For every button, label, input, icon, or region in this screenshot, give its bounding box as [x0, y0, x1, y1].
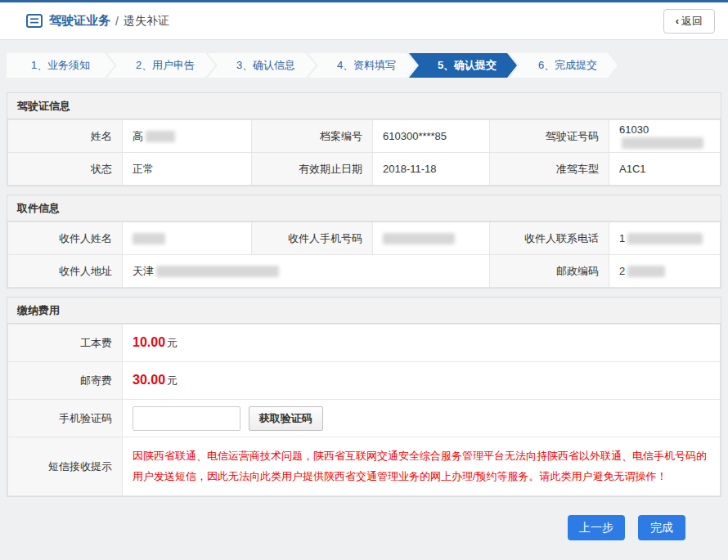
- redacted-blur: [627, 266, 665, 277]
- back-button[interactable]: ‹ 返回: [663, 9, 715, 34]
- top-header: 驾驶证业务 / 遗失补证 ‹ 返回: [0, 0, 728, 40]
- pickup-info-section-title: 取件信息: [7, 195, 721, 222]
- step-3-confirm-info[interactable]: 3、确认信息: [208, 53, 316, 78]
- license-business-icon: [26, 14, 43, 28]
- sms-code-cell: 获取验证码: [123, 400, 721, 437]
- sms-tip-label: 短信接收提示: [8, 437, 123, 496]
- address-label: 收件人地址: [8, 255, 123, 288]
- redacted-blur: [146, 131, 175, 142]
- title-separator: /: [115, 15, 119, 28]
- step-4-fill-data[interactable]: 4、资料填写: [308, 53, 416, 78]
- recipient-phone-value: [373, 222, 490, 255]
- payment-section: 缴纳费用 工本费 10.00元 邮寄费 30.00元 手机验证码 获取验证码 短…: [7, 297, 721, 497]
- step-navigation: 1、业务须知 2、用户申告 3、确认信息 4、资料填写 5、确认提交 6、完成提…: [7, 53, 721, 78]
- cost-label: 工本费: [8, 325, 123, 362]
- name-label: 姓名: [8, 120, 123, 153]
- back-arrow-icon: ‹: [676, 15, 679, 27]
- status-label: 状态: [8, 153, 123, 186]
- redacted-blur: [156, 266, 279, 277]
- vehicle-class-value: A1C1: [609, 153, 721, 186]
- table-row: 状态 正常 有效期止日期 2018-11-18 准驾车型 A1C1: [8, 153, 721, 186]
- redacted-blur: [622, 137, 703, 149]
- step-5-confirm-submit[interactable]: 5、确认提交: [409, 53, 517, 78]
- step-2-user-declaration[interactable]: 2、用户申告: [107, 53, 215, 78]
- license-info-section: 驾驶证信息 姓名 高 档案编号 610300****85 驾驶证号码 61030…: [7, 92, 721, 186]
- redacted-blur: [627, 233, 703, 244]
- vehicle-class-label: 准驾车型: [490, 153, 609, 186]
- page-title: 驾驶证业务: [49, 13, 110, 29]
- payment-table: 工本费 10.00元 邮寄费 30.00元 手机验证码 获取验证码 短信接收提示…: [7, 324, 721, 496]
- sms-tip-cell: 因陕西省联通、电信运营商技术问题，陕西省互联网交通安全综合服务管理平台无法向持陕…: [123, 437, 721, 496]
- sms-code-input[interactable]: [133, 406, 240, 431]
- expiry-label: 有效期止日期: [252, 153, 373, 186]
- cost-unit: 元: [167, 337, 178, 349]
- finish-button[interactable]: 完成: [638, 515, 685, 540]
- table-row: 短信接收提示 因陕西省联通、电信运营商技术问题，陕西省互联网交通安全综合服务管理…: [8, 437, 721, 496]
- back-button-label: 返回: [681, 14, 703, 29]
- address-value: 天津: [123, 255, 490, 288]
- step-6-complete-submit[interactable]: 6、完成提交: [510, 53, 618, 78]
- previous-step-button[interactable]: 上一步: [568, 515, 625, 540]
- sms-code-label: 手机验证码: [8, 400, 123, 437]
- postcode-label: 邮政编码: [490, 255, 609, 288]
- table-row: 手机验证码 获取验证码: [8, 400, 721, 437]
- status-value: 正常: [123, 153, 252, 186]
- pickup-info-section: 取件信息 收件人姓名 收件人手机号码 收件人联系电话 1 收件人地址 天津 邮政…: [7, 195, 721, 289]
- page-subtitle: 遗失补证: [124, 14, 169, 29]
- recipient-name-value: [123, 222, 252, 255]
- file-no-label: 档案编号: [252, 120, 373, 153]
- table-row: 邮寄费 30.00元: [8, 362, 721, 400]
- postage-label: 邮寄费: [8, 362, 123, 400]
- table-row: 收件人地址 天津 邮政编码 2: [8, 255, 721, 288]
- postage-unit: 元: [167, 374, 178, 387]
- file-no-value: 610300****85: [373, 120, 490, 153]
- recipient-name-label: 收件人姓名: [8, 222, 123, 255]
- cost-value: 10.00元: [123, 325, 721, 362]
- postage-value: 30.00元: [123, 362, 721, 400]
- license-no-value: 61030: [609, 120, 721, 153]
- pickup-info-table: 收件人姓名 收件人手机号码 收件人联系电话 1 收件人地址 天津 邮政编码 2: [7, 222, 721, 288]
- expiry-value: 2018-11-18: [373, 153, 490, 186]
- recipient-tel-value: 1: [609, 222, 721, 255]
- recipient-phone-label: 收件人手机号码: [252, 222, 373, 255]
- name-value: 高: [123, 120, 252, 153]
- license-info-table: 姓名 高 档案编号 610300****85 驾驶证号码 61030 状态 正常…: [7, 119, 721, 186]
- footer-actions: 上一步 完成: [0, 505, 728, 550]
- table-row: 收件人姓名 收件人手机号码 收件人联系电话 1: [8, 222, 721, 255]
- payment-section-title: 缴纳费用: [7, 298, 721, 324]
- license-info-section-title: 驾驶证信息: [7, 93, 721, 119]
- redacted-blur: [133, 233, 165, 244]
- get-sms-code-button[interactable]: 获取验证码: [249, 406, 323, 431]
- cost-amount: 10.00: [133, 335, 165, 349]
- table-row: 工本费 10.00元: [8, 325, 721, 362]
- table-row: 姓名 高 档案编号 610300****85 驾驶证号码 61030: [8, 120, 721, 153]
- postage-amount: 30.00: [133, 373, 165, 387]
- postcode-value: 2: [609, 255, 721, 288]
- recipient-tel-label: 收件人联系电话: [490, 222, 609, 255]
- step-1-business-notice[interactable]: 1、业务须知: [7, 53, 115, 78]
- license-no-label: 驾驶证号码: [490, 120, 609, 153]
- redacted-blur: [383, 233, 455, 244]
- sms-warning-text: 因陕西省联通、电信运营商技术问题，陕西省互联网交通安全综合服务管理平台无法向持陕…: [133, 446, 710, 486]
